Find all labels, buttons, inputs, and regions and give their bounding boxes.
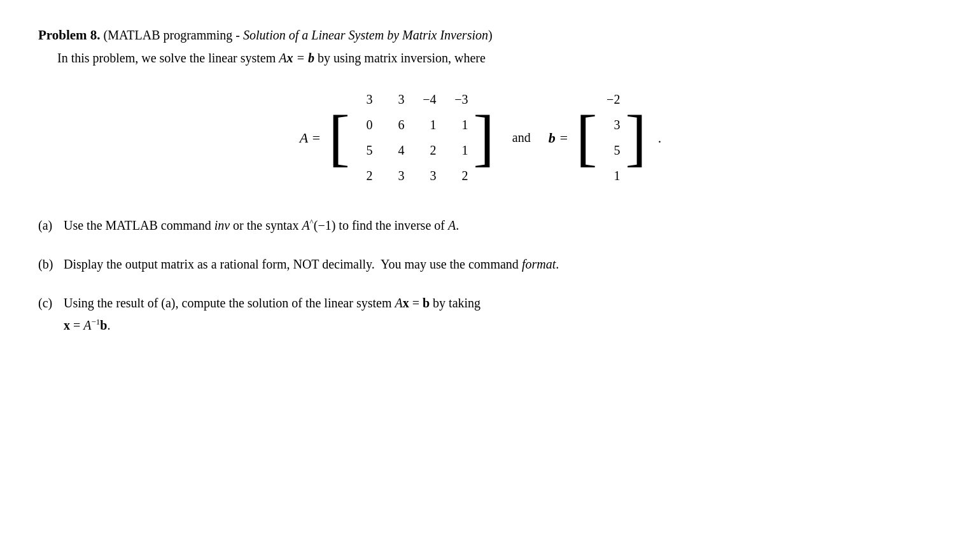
matrix-cell: −3 (451, 92, 468, 107)
part-a-text: Use the MATLAB command inv or the syntax… (64, 215, 923, 236)
period: . (658, 130, 662, 146)
matrix-cell: 5 (602, 143, 620, 158)
matrix-b-wrapper: [ −2 3 5 1 ] (576, 87, 647, 190)
matrix-cell: 5 (355, 143, 373, 158)
problem-number: Problem 8. (38, 27, 101, 43)
problem-header: Problem 8. (MATLAB programming - Solutio… (38, 25, 923, 67)
matrix-cell: 1 (602, 169, 620, 183)
syntax-sup: ^ (310, 217, 314, 227)
matrix-cell: 6 (387, 118, 405, 132)
matrix-cell: 2 (419, 143, 437, 158)
matrix-cell: 1 (419, 118, 437, 132)
matrix-cell: −2 (602, 92, 620, 107)
intro-math: Ax = b (279, 51, 314, 65)
matrix-cell: −4 (419, 92, 437, 107)
syntax-math: A (302, 218, 309, 232)
matrix-b-grid: −2 3 5 1 (597, 87, 625, 190)
x-bold-result: x (64, 318, 70, 332)
problem-desc-suffix: ) (488, 28, 493, 42)
problem-desc-prefix: (MATLAB programming - (104, 28, 243, 42)
matrix-cell: 1 (451, 118, 468, 132)
matrix-A-label: A = (300, 130, 321, 146)
b-bold-result: b (100, 318, 107, 332)
part-a-label: (a) (38, 215, 64, 236)
x-bold: x (403, 296, 409, 310)
part-c-content: Using the result of (a), compute the sol… (64, 293, 923, 335)
intro-rest: by using matrix inversion, where (314, 51, 486, 65)
matrix-A-ref: A (448, 218, 456, 232)
part-b: (b) Display the output matrix as a ratio… (38, 254, 923, 275)
matrix-cell: 1 (451, 143, 468, 158)
matrix-cell: 4 (387, 143, 405, 158)
bracket-left-A: [ (328, 106, 349, 170)
matrix-cell: 3 (387, 169, 405, 183)
bracket-right-b: ] (625, 106, 646, 170)
matrix-cell: 2 (355, 169, 373, 183)
part-c-line2: x = A−1b. (64, 315, 923, 335)
matrix-b-label: b = (549, 130, 568, 146)
part-b-label: (b) (38, 254, 64, 275)
neg-one-sup: −1 (92, 317, 101, 326)
matrix-b-equation: b = [ −2 3 5 1 ] (549, 87, 647, 190)
matrix-A-equation: A = [ 3 3 −4 −3 0 6 1 1 5 4 2 1 2 (300, 87, 495, 190)
Ax-ref: A (395, 296, 402, 310)
intro-line: In this problem, we solve the linear sys… (57, 48, 923, 67)
matrix-A-grid: 3 3 −4 −3 0 6 1 1 5 4 2 1 2 3 3 2 (350, 87, 473, 190)
matrix-cell: 3 (355, 92, 373, 107)
parts-section: (a) Use the MATLAB command inv or the sy… (38, 215, 923, 335)
matrix-A-wrapper: [ 3 3 −4 −3 0 6 1 1 5 4 2 1 2 3 3 (328, 87, 495, 190)
A-italic-result: A (83, 318, 91, 332)
intro-text: In this problem, we solve the linear sys… (57, 51, 279, 65)
part-c-text-main: Using the result of (a), compute the sol… (64, 296, 481, 310)
part-c: (c) Using the result of (a), compute the… (38, 293, 923, 335)
problem-title-line: Problem 8. (MATLAB programming - Solutio… (38, 25, 923, 46)
matrix-display: A = [ 3 3 −4 −3 0 6 1 1 5 4 2 1 2 (38, 87, 923, 190)
matrix-cell: 3 (419, 169, 437, 183)
bracket-left-b: [ (576, 106, 597, 170)
b-bold: b (423, 296, 430, 310)
part-c-label: (c) (38, 293, 64, 335)
matrix-cell: 3 (602, 118, 620, 132)
matrix-cell: 3 (387, 92, 405, 107)
matrix-cell: 2 (451, 169, 468, 183)
and-text: and (512, 130, 531, 145)
problem-desc-italic: Solution of a Linear System by Matrix In… (243, 28, 488, 42)
bracket-right-A: ] (473, 106, 495, 170)
part-a: (a) Use the MATLAB command inv or the sy… (38, 215, 923, 236)
inv-command: inv (214, 218, 230, 232)
part-b-text: Display the output matrix as a rational … (64, 254, 923, 275)
format-command: format (522, 257, 556, 271)
matrix-cell: 0 (355, 118, 373, 132)
